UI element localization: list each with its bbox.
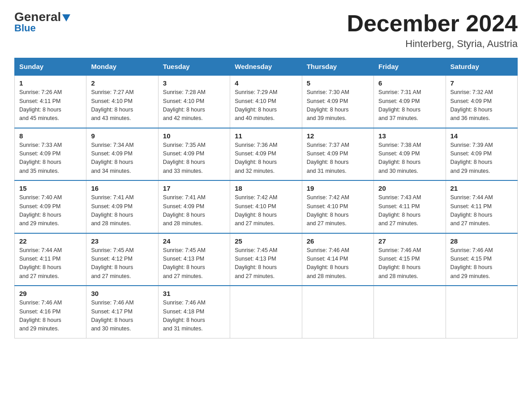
page: General Blue December 2024 Hinterberg, S… — [0, 0, 532, 353]
calendar-cell: 11 Sunrise: 7:36 AMSunset: 4:09 PMDaylig… — [230, 128, 302, 181]
day-detail: Sunrise: 7:41 AMSunset: 4:09 PMDaylight:… — [91, 193, 153, 228]
day-detail: Sunrise: 7:40 AMSunset: 4:09 PMDaylight:… — [19, 193, 82, 228]
day-number: 18 — [235, 184, 297, 192]
day-detail: Sunrise: 7:37 AMSunset: 4:09 PMDaylight:… — [307, 141, 369, 176]
calendar-cell: 10 Sunrise: 7:35 AMSunset: 4:09 PMDaylig… — [158, 128, 230, 181]
day-number: 3 — [163, 79, 225, 87]
day-number: 29 — [19, 290, 82, 297]
day-number: 20 — [378, 184, 441, 192]
calendar-cell: 26 Sunrise: 7:46 AMSunset: 4:14 PMDaylig… — [302, 233, 373, 286]
day-detail: Sunrise: 7:46 AMSunset: 4:17 PMDaylight:… — [91, 299, 153, 334]
calendar-cell: 19 Sunrise: 7:42 AMSunset: 4:10 PMDaylig… — [302, 180, 373, 233]
day-number: 23 — [91, 237, 153, 245]
day-detail: Sunrise: 7:33 AMSunset: 4:09 PMDaylight:… — [19, 141, 82, 176]
header: General Blue December 2024 Hinterberg, S… — [14, 11, 518, 50]
calendar-header-row: Sunday Monday Tuesday Wednesday Thursday… — [15, 58, 518, 76]
day-number: 6 — [378, 79, 441, 87]
col-tuesday: Tuesday — [158, 58, 230, 76]
day-number: 28 — [450, 237, 513, 245]
calendar-cell — [302, 286, 373, 338]
calendar-cell: 9 Sunrise: 7:34 AMSunset: 4:09 PMDayligh… — [86, 128, 158, 181]
day-number: 13 — [378, 132, 441, 140]
calendar-cell: 7 Sunrise: 7:32 AMSunset: 4:09 PMDayligh… — [446, 75, 517, 128]
day-number: 21 — [450, 184, 513, 192]
day-number: 16 — [91, 184, 153, 192]
day-detail: Sunrise: 7:46 AMSunset: 4:15 PMDaylight:… — [450, 246, 513, 281]
day-detail: Sunrise: 7:41 AMSunset: 4:09 PMDaylight:… — [163, 193, 225, 228]
day-detail: Sunrise: 7:42 AMSunset: 4:10 PMDaylight:… — [235, 193, 297, 228]
col-sunday: Sunday — [15, 58, 86, 76]
day-detail: Sunrise: 7:38 AMSunset: 4:09 PMDaylight:… — [378, 141, 441, 176]
col-friday: Friday — [374, 58, 446, 76]
calendar-cell: 15 Sunrise: 7:40 AMSunset: 4:09 PMDaylig… — [15, 180, 86, 233]
calendar-cell: 29 Sunrise: 7:46 AMSunset: 4:16 PMDaylig… — [15, 286, 86, 338]
calendar-cell: 23 Sunrise: 7:45 AMSunset: 4:12 PMDaylig… — [86, 233, 158, 286]
calendar-cell: 3 Sunrise: 7:28 AMSunset: 4:10 PMDayligh… — [158, 75, 230, 128]
logo-text: General — [14, 11, 70, 23]
calendar-body: 1 Sunrise: 7:26 AMSunset: 4:11 PMDayligh… — [15, 75, 518, 338]
calendar-cell: 1 Sunrise: 7:26 AMSunset: 4:11 PMDayligh… — [15, 75, 86, 128]
calendar-cell: 8 Sunrise: 7:33 AMSunset: 4:09 PMDayligh… — [15, 128, 86, 181]
day-number: 10 — [163, 132, 225, 140]
logo: General Blue — [14, 11, 70, 34]
col-wednesday: Wednesday — [230, 58, 302, 76]
day-number: 24 — [163, 237, 225, 245]
day-detail: Sunrise: 7:46 AMSunset: 4:14 PMDaylight:… — [307, 246, 369, 281]
calendar-cell: 13 Sunrise: 7:38 AMSunset: 4:09 PMDaylig… — [374, 128, 446, 181]
calendar-cell: 20 Sunrise: 7:43 AMSunset: 4:11 PMDaylig… — [374, 180, 446, 233]
calendar-cell: 16 Sunrise: 7:41 AMSunset: 4:09 PMDaylig… — [86, 180, 158, 233]
day-detail: Sunrise: 7:36 AMSunset: 4:09 PMDaylight:… — [235, 141, 297, 176]
calendar-cell: 14 Sunrise: 7:39 AMSunset: 4:09 PMDaylig… — [446, 128, 517, 181]
day-number: 4 — [235, 79, 297, 87]
day-detail: Sunrise: 7:43 AMSunset: 4:11 PMDaylight:… — [378, 193, 441, 228]
calendar-cell: 17 Sunrise: 7:41 AMSunset: 4:09 PMDaylig… — [158, 180, 230, 233]
day-detail: Sunrise: 7:44 AMSunset: 4:11 PMDaylight:… — [19, 246, 82, 281]
calendar-cell: 30 Sunrise: 7:46 AMSunset: 4:17 PMDaylig… — [86, 286, 158, 338]
calendar-week-row-3: 15 Sunrise: 7:40 AMSunset: 4:09 PMDaylig… — [15, 180, 518, 233]
day-number: 9 — [91, 132, 153, 140]
logo-blue: Blue — [14, 22, 36, 34]
day-number: 8 — [19, 132, 82, 140]
calendar-cell: 27 Sunrise: 7:46 AMSunset: 4:15 PMDaylig… — [374, 233, 446, 286]
calendar-week-row-5: 29 Sunrise: 7:46 AMSunset: 4:16 PMDaylig… — [15, 286, 518, 338]
day-detail: Sunrise: 7:45 AMSunset: 4:13 PMDaylight:… — [235, 246, 297, 281]
day-detail: Sunrise: 7:44 AMSunset: 4:11 PMDaylight:… — [450, 193, 513, 228]
day-number: 14 — [450, 132, 513, 140]
day-number: 15 — [19, 184, 82, 192]
day-number: 26 — [307, 237, 369, 245]
day-detail: Sunrise: 7:46 AMSunset: 4:15 PMDaylight:… — [378, 246, 441, 281]
day-number: 25 — [235, 237, 297, 245]
calendar-cell: 18 Sunrise: 7:42 AMSunset: 4:10 PMDaylig… — [230, 180, 302, 233]
calendar-cell — [230, 286, 302, 338]
day-detail: Sunrise: 7:42 AMSunset: 4:10 PMDaylight:… — [307, 193, 369, 228]
col-monday: Monday — [86, 58, 158, 76]
calendar-week-row-4: 22 Sunrise: 7:44 AMSunset: 4:11 PMDaylig… — [15, 233, 518, 286]
day-detail: Sunrise: 7:31 AMSunset: 4:09 PMDaylight:… — [378, 88, 441, 123]
day-detail: Sunrise: 7:35 AMSunset: 4:09 PMDaylight:… — [163, 141, 225, 176]
calendar-week-row-1: 1 Sunrise: 7:26 AMSunset: 4:11 PMDayligh… — [15, 75, 518, 128]
day-number: 1 — [19, 79, 82, 87]
calendar-cell: 4 Sunrise: 7:29 AMSunset: 4:10 PMDayligh… — [230, 75, 302, 128]
calendar-cell — [374, 286, 446, 338]
day-detail: Sunrise: 7:27 AMSunset: 4:10 PMDaylight:… — [91, 88, 153, 123]
day-number: 19 — [307, 184, 369, 192]
logo-general: General — [14, 10, 61, 24]
day-number: 2 — [91, 79, 153, 87]
day-detail: Sunrise: 7:39 AMSunset: 4:09 PMDaylight:… — [450, 141, 513, 176]
header-right: December 2024 Hinterberg, Styria, Austri… — [347, 11, 518, 50]
calendar-cell: 28 Sunrise: 7:46 AMSunset: 4:15 PMDaylig… — [446, 233, 517, 286]
calendar-cell: 2 Sunrise: 7:27 AMSunset: 4:10 PMDayligh… — [86, 75, 158, 128]
day-detail: Sunrise: 7:26 AMSunset: 4:11 PMDaylight:… — [19, 88, 82, 123]
month-title: December 2024 — [347, 11, 518, 36]
calendar-cell: 31 Sunrise: 7:46 AMSunset: 4:18 PMDaylig… — [158, 286, 230, 338]
day-number: 11 — [235, 132, 297, 140]
calendar-cell — [446, 286, 517, 338]
day-number: 5 — [307, 79, 369, 87]
day-detail: Sunrise: 7:29 AMSunset: 4:10 PMDaylight:… — [235, 88, 297, 123]
day-detail: Sunrise: 7:45 AMSunset: 4:12 PMDaylight:… — [91, 246, 153, 281]
day-detail: Sunrise: 7:30 AMSunset: 4:09 PMDaylight:… — [307, 88, 369, 123]
logo-triangle-icon — [62, 14, 70, 21]
col-thursday: Thursday — [302, 58, 373, 76]
location: Hinterberg, Styria, Austria — [347, 38, 518, 50]
calendar-cell: 5 Sunrise: 7:30 AMSunset: 4:09 PMDayligh… — [302, 75, 373, 128]
